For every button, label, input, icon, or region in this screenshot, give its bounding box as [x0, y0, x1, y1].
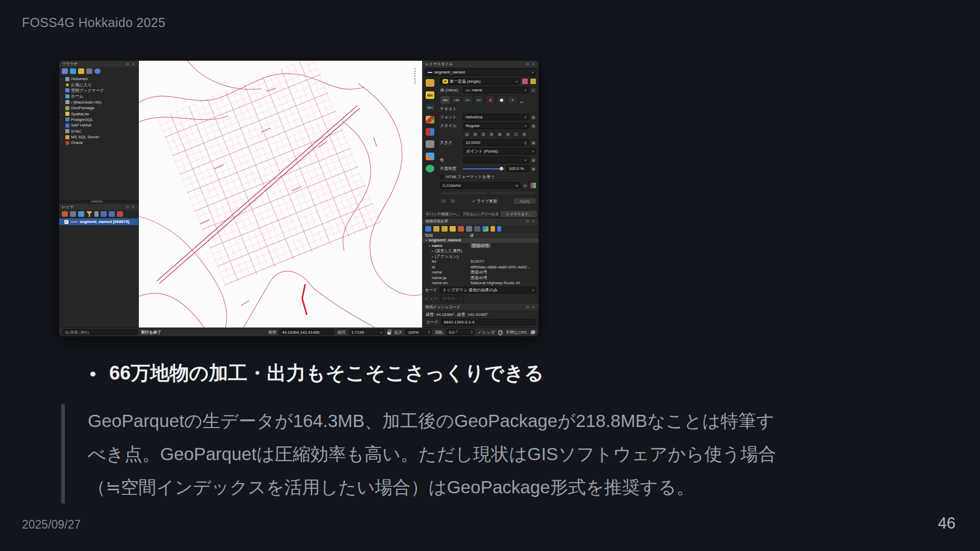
- size-unit-dropdown[interactable]: ポイント (Points)▾: [463, 148, 536, 155]
- data-defined-button[interactable]: ▤: [521, 131, 527, 137]
- label-rules-button[interactable]: [522, 78, 528, 85]
- remove-layer-icon[interactable]: [117, 211, 123, 217]
- help-icon[interactable]: [497, 226, 501, 232]
- tab-mask[interactable]: abc: [474, 95, 484, 104]
- browser-item[interactable]: ›PostgreSQL: [61, 117, 138, 122]
- panel-dock-icons[interactable]: ⊡ ✕: [526, 219, 536, 223]
- style-dropdown[interactable]: Regular▾: [463, 122, 529, 129]
- collapse-all-layers-icon[interactable]: [109, 211, 115, 217]
- panel-dock-icons[interactable]: ⊡ ✕: [526, 62, 536, 66]
- messages-icon[interactable]: [531, 330, 535, 334]
- identify-row[interactable]: name:en National Highway Route 40: [423, 281, 538, 286]
- clear-icon[interactable]: ⊗: [516, 184, 518, 187]
- size-spinbox[interactable]: 10.0000▴▾: [463, 139, 529, 146]
- data-defined-button[interactable]: ▤: [505, 131, 511, 137]
- browser-scrollbar[interactable]: [59, 200, 138, 203]
- layer-item-selected[interactable]: ✓ segment_named [668979]: [59, 218, 138, 225]
- expression-filter-icon[interactable]: [94, 211, 99, 217]
- identify-row[interactable]: ▾name 国道40号: [423, 243, 538, 248]
- data-defined-button[interactable]: ▤: [530, 157, 536, 163]
- apply-button[interactable]: Apply: [513, 197, 536, 205]
- identify-row[interactable]: name 国道40号: [423, 270, 538, 276]
- identify-row[interactable]: name:ja 国道40号: [423, 275, 538, 281]
- expand-new-icon[interactable]: [450, 226, 456, 232]
- map-canvas[interactable]: [139, 61, 422, 328]
- scale-field[interactable]: 1:7196▾: [349, 329, 384, 335]
- data-defined-button[interactable]: ▤: [530, 140, 536, 146]
- manage-themes-icon[interactable]: [78, 211, 84, 217]
- label-settings-button[interactable]: [530, 78, 536, 85]
- opacity-spinbox[interactable]: 100.0 %: [506, 165, 529, 172]
- browser-item[interactable]: ›GeoPackage: [61, 105, 138, 111]
- settings-wrench-icon[interactable]: [491, 226, 495, 232]
- masks-tab-icon[interactable]: [426, 140, 434, 148]
- identify-icon[interactable]: [425, 226, 431, 232]
- open-styling-icon[interactable]: [62, 211, 68, 217]
- html-format-checkbox[interactable]: [440, 175, 444, 179]
- diagrams-tab-icon[interactable]: [426, 128, 434, 136]
- expression-button[interactable]: ε: [530, 87, 536, 93]
- data-defined-button[interactable]: ▤: [488, 131, 495, 137]
- undo-icon[interactable]: ↶: [440, 198, 447, 204]
- tab-formatting[interactable]: +ab: [451, 95, 462, 104]
- live-update-checkbox[interactable]: ライブ更新: [477, 199, 498, 204]
- browser-item[interactable]: ›SAP HANA: [61, 122, 138, 128]
- labels-tab-icon[interactable]: abc: [426, 91, 434, 99]
- label-method-dropdown[interactable]: ab 単一定義 (single) ▾: [440, 78, 520, 85]
- style-search-input[interactable]: Colorful ⊗: [440, 182, 521, 189]
- opacity-slider[interactable]: [463, 168, 505, 169]
- browser-item[interactable]: ›Oracle: [61, 140, 138, 145]
- add-connection-icon[interactable]: [70, 68, 76, 74]
- tab-text[interactable]: abc: [440, 95, 451, 104]
- locator-search-input[interactable]: 検索 (⌘K): [62, 329, 138, 335]
- crs-button[interactable]: 不明なCRS: [506, 330, 527, 335]
- browser-item[interactable]: ›お気に入り: [61, 82, 138, 87]
- rotation-field[interactable]: 0.0 °▴▾: [446, 329, 475, 335]
- view-dropdown[interactable]: ツリー▾: [440, 295, 464, 302]
- properties-icon[interactable]: [94, 68, 101, 74]
- browser-item[interactable]: ›STAC: [61, 129, 138, 134]
- panel-dock-icons[interactable]: ⊡ ✕: [126, 205, 136, 209]
- redo-icon[interactable]: ↷: [449, 198, 456, 204]
- add-group-icon[interactable]: [70, 211, 76, 217]
- identify-row[interactable]: ▸(アクション): [423, 254, 538, 259]
- tab-callout[interactable]: ✎: [507, 95, 518, 104]
- expand-tree-icon[interactable]: [433, 226, 439, 232]
- font-dropdown[interactable]: Helvetica▾: [463, 114, 529, 120]
- data-defined-button[interactable]: ▤: [530, 114, 536, 120]
- style-manager-button[interactable]: [530, 182, 536, 189]
- identify-row[interactable]: ▸(派生した属性): [423, 248, 538, 254]
- mesh-code-field[interactable]: 6642-1393-3-1-4: [442, 319, 535, 325]
- browser-item[interactable]: ›SpatiaLite: [61, 111, 138, 116]
- tab-background[interactable]: ⬤: [485, 95, 496, 104]
- tab-debugging-tools[interactable]: デバッグ/開発ツー...: [424, 210, 461, 218]
- color-picker[interactable]: ▾: [463, 157, 529, 163]
- data-defined-button[interactable]: ▤: [530, 123, 536, 129]
- 3d-view-tab-icon[interactable]: [426, 116, 434, 123]
- italic-button[interactable]: I: [512, 131, 520, 137]
- underline-button[interactable]: U: [463, 131, 471, 137]
- lock-scale-icon[interactable]: [387, 332, 391, 335]
- data-defined-button[interactable]: ▤: [472, 131, 478, 137]
- filter-legend-icon[interactable]: [86, 211, 92, 217]
- mode-dropdown[interactable]: トップダウン 最初の結果のみ▾: [440, 287, 536, 293]
- identify-row[interactable]: fid 519077: [423, 259, 538, 265]
- data-defined-button[interactable]: ▤: [530, 166, 536, 172]
- browser-item[interactable]: ›MS SQL Server: [61, 134, 138, 140]
- browser-item[interactable]: ›ホーム: [61, 93, 138, 99]
- clear-results-icon[interactable]: [458, 226, 464, 232]
- browser-item[interactable]: ›空間ブックマーク: [61, 88, 138, 93]
- tab-shadow[interactable]: ⬤: [496, 95, 507, 104]
- identify-row-root[interactable]: ▾segment_named: [423, 238, 538, 243]
- collapse-all-icon[interactable]: [86, 68, 92, 74]
- browser-item[interactable]: ›/Volumes: [61, 76, 138, 82]
- render-checkbox[interactable]: レンダ: [482, 330, 495, 335]
- value-dropdown[interactable]: abc name ▾: [463, 87, 529, 93]
- elevation-tab-icon[interactable]: [426, 153, 434, 160]
- tab-scroll-arrows[interactable]: ◂ ▸: [520, 100, 524, 104]
- expand-all-icon[interactable]: [101, 211, 107, 217]
- coordinate-field[interactable]: 44.16364,142.41485: [279, 329, 334, 335]
- tab-layer-styling[interactable]: レイヤスタイ...: [500, 210, 537, 218]
- selection-mode-icon[interactable]: [482, 226, 488, 232]
- tab-processing-toolbox[interactable]: プロセシングツールボッ...: [462, 210, 500, 218]
